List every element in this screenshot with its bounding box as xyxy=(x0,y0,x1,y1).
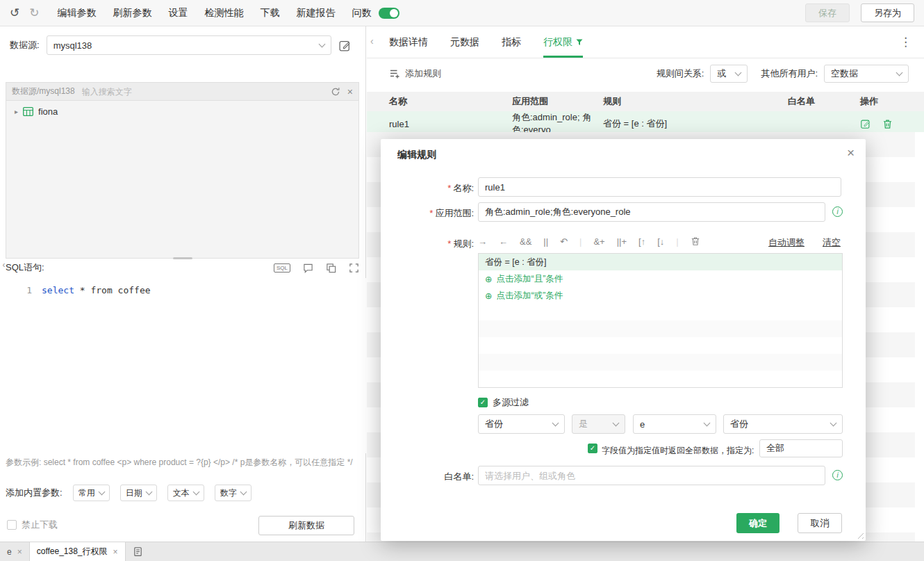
add-and-condition[interactable]: ⊕点击添加“且”条件 xyxy=(479,270,842,287)
tab-metadata[interactable]: 元数据 xyxy=(450,26,479,58)
sql-format-icon[interactable]: SQL xyxy=(274,263,290,273)
collapse-left-edge-icon[interactable]: ‹ xyxy=(0,256,8,274)
toggle-knob xyxy=(390,9,398,17)
whitelist-label: 白名单: xyxy=(381,471,474,483)
scope-input[interactable] xyxy=(478,202,825,222)
new-tab-icon[interactable] xyxy=(126,542,150,561)
add-rule-button[interactable]: 添加规则 xyxy=(389,67,441,80)
save-as-button[interactable]: 另存为 xyxy=(861,3,914,22)
tab-label: 元数据 xyxy=(450,36,479,49)
refresh-tree-icon[interactable] xyxy=(331,87,340,97)
other-users-select[interactable]: 空数据 xyxy=(824,65,909,83)
rule-expression[interactable]: 省份 = [e : 省份] xyxy=(479,254,842,270)
redo-icon[interactable]: ↻ xyxy=(29,7,39,19)
bracket-up-icon[interactable]: [↑ xyxy=(638,237,645,246)
edit-rule-icon[interactable] xyxy=(860,118,871,129)
forbid-download-checkbox[interactable] xyxy=(7,520,17,530)
left-panel: 数据源: mysql138 选择表或视图 自定义SQL语句 数据源/mysql1… xyxy=(0,26,366,542)
collapse-panel-icon[interactable]: ‹ xyxy=(370,35,374,47)
cancel-button[interactable]: 取消 xyxy=(798,513,842,533)
dialog-resize-handle[interactable] xyxy=(855,530,864,539)
add-or-group-icon[interactable]: ||+ xyxy=(617,237,627,246)
close-tab-icon[interactable]: × xyxy=(17,547,22,557)
menu-ask-data[interactable]: 问数 xyxy=(352,7,372,19)
menu-check-performance[interactable]: 检测性能 xyxy=(205,7,244,19)
relation-value: 或 xyxy=(717,67,730,80)
menu-refresh-params[interactable]: 刷新参数 xyxy=(113,7,152,19)
return-all-checkbox[interactable]: ✓ xyxy=(588,444,597,453)
indent-left-icon[interactable]: ← xyxy=(499,237,508,246)
tab-row-permission[interactable]: 行权限 xyxy=(543,26,583,58)
more-options-icon[interactable]: ⋮ xyxy=(900,35,911,49)
tab-metrics[interactable]: 指标 xyxy=(502,26,521,58)
toolbar-menu: 编辑参数 刷新参数 设置 检测性能 下载 新建报告 问数 xyxy=(58,7,399,19)
ok-button[interactable]: 确定 xyxy=(736,513,779,533)
bracket-down-icon[interactable]: [↓ xyxy=(657,237,664,246)
relation-select[interactable]: 或 xyxy=(710,65,748,83)
undo-icon[interactable]: ↺ xyxy=(10,7,19,19)
rule-condition-box: 省份 = [e : 省份] ⊕点击添加“且”条件 ⊕点击添加“或”条件 xyxy=(478,253,843,388)
ask-data-toggle[interactable] xyxy=(379,8,399,19)
builtin-common-select[interactable]: 常用 xyxy=(73,485,110,501)
expand-caret-icon[interactable]: ▸ xyxy=(15,108,18,115)
close-tab-icon[interactable]: × xyxy=(113,547,118,557)
name-input[interactable] xyxy=(478,177,841,197)
datasource-select[interactable]: mysql138 xyxy=(47,35,331,55)
filter-operator-select[interactable]: 是 xyxy=(572,414,625,434)
table-header: 名称 应用范围 规则 白名单 操作 xyxy=(367,92,924,111)
delete-condition-icon[interactable] xyxy=(691,236,700,246)
tab-label: 指标 xyxy=(502,36,521,49)
tab-coffee-138-row-permission[interactable]: coffee_138_行权限 × xyxy=(30,542,126,561)
auto-adjust-link[interactable]: 自动调整 xyxy=(768,236,805,249)
sql-label: SQL语句: xyxy=(6,261,44,274)
or-operator-icon[interactable]: || xyxy=(543,237,548,246)
menu-settings[interactable]: 设置 xyxy=(169,7,188,19)
fullscreen-icon[interactable] xyxy=(349,263,359,273)
chevron-down-icon xyxy=(552,419,559,426)
close-dialog-icon[interactable]: × xyxy=(847,145,855,161)
table-row[interactable]: rule1 角色:admin_role; 角色:everyo 省份 = [e :… xyxy=(367,111,924,132)
clear-link[interactable]: 清空 xyxy=(823,236,841,249)
tree-item-fiona[interactable]: ▸ fiona xyxy=(15,106,350,117)
builtin-text-select[interactable]: 文本 xyxy=(167,485,204,501)
scope-info-icon[interactable]: i xyxy=(832,206,843,217)
delete-rule-icon[interactable] xyxy=(882,119,893,129)
multi-source-checkbox[interactable]: ✓ xyxy=(478,398,488,407)
copy-icon[interactable] xyxy=(326,263,336,273)
undo-rule-icon[interactable]: ↶ xyxy=(560,237,568,246)
filter-field-select[interactable]: 省份 xyxy=(478,414,565,434)
close-tree-icon[interactable]: × xyxy=(347,87,353,97)
comment-icon[interactable] xyxy=(303,263,313,273)
tree-item-label: fiona xyxy=(38,106,58,117)
whitelist-info-icon[interactable]: i xyxy=(832,470,843,480)
tree-header: 数据源/mysql138 × xyxy=(6,83,358,101)
filter-target-select[interactable]: 省份 xyxy=(723,414,843,434)
add-or-condition[interactable]: ⊕点击添加“或”条件 xyxy=(479,287,842,304)
builtin-number-select[interactable]: 数字 xyxy=(215,485,251,501)
and-operator-icon[interactable]: && xyxy=(520,237,531,246)
panel-resize-handle[interactable] xyxy=(173,257,192,259)
chevron-down-icon xyxy=(192,488,199,495)
return-all-input[interactable] xyxy=(759,439,843,457)
edit-datasource-icon[interactable] xyxy=(338,39,352,52)
menu-edit-params[interactable]: 编辑参数 xyxy=(58,7,97,19)
col-operation: 操作 xyxy=(860,95,924,108)
forbid-download-checkbox-row[interactable]: 禁止下载 xyxy=(7,519,58,531)
refresh-data-button[interactable]: 刷新数据 xyxy=(258,516,354,535)
tab-e[interactable]: e × xyxy=(0,542,30,561)
plus-circle-icon: ⊕ xyxy=(485,274,492,284)
indent-right-icon[interactable]: → xyxy=(478,237,487,246)
menu-new-report[interactable]: 新建报告 xyxy=(297,7,336,19)
chevron-down-icon xyxy=(735,69,742,76)
builtin-date-select[interactable]: 日期 xyxy=(120,485,157,501)
sql-code-editor[interactable]: 1 select * from coffee xyxy=(0,278,366,453)
whitelist-input[interactable] xyxy=(478,466,825,485)
add-and-group-icon[interactable]: &+ xyxy=(593,237,604,246)
tab-data-details[interactable]: 数据详情 xyxy=(389,26,428,58)
save-button[interactable]: 保存 xyxy=(805,3,850,22)
filter-source-select[interactable]: e xyxy=(633,414,716,434)
menu-download[interactable]: 下载 xyxy=(261,7,280,19)
filter-icon xyxy=(576,39,583,46)
multi-source-filter-row[interactable]: ✓ 多源过滤 xyxy=(478,396,529,409)
tree-search-input[interactable] xyxy=(82,87,324,97)
